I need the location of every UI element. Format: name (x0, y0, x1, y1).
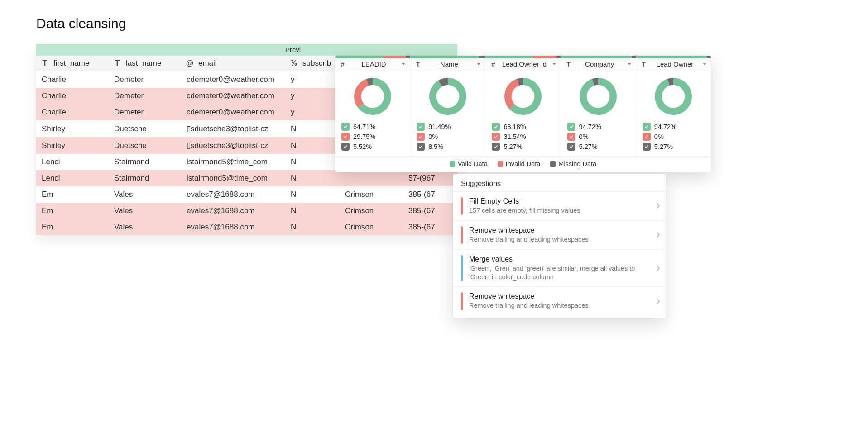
cell[interactable]: Shirley (36, 120, 109, 137)
cell[interactable]: Em (36, 219, 109, 235)
cell[interactable]: N (285, 154, 340, 170)
cell[interactable]: Duetsche (109, 120, 181, 137)
cell[interactable]: Demeter (109, 71, 181, 88)
cell[interactable]: evales7@1688.com (181, 219, 285, 235)
stat-percent: 94.72% (654, 123, 676, 130)
stat-column-header[interactable]: #LEADID (335, 58, 410, 70)
cell[interactable]: Em (36, 186, 109, 203)
stat-column: TName91.49%0%8.5% (410, 56, 485, 156)
cell[interactable]: ▯sduetsche3@toplist-cz (181, 120, 285, 137)
stat-value-row: 8.5% (417, 142, 479, 152)
stat-percent: 91.49% (428, 123, 451, 130)
column-header[interactable]: ⅞subscrib (285, 56, 340, 71)
cell[interactable]: N (285, 186, 340, 203)
cell[interactable]: N (285, 170, 340, 186)
cell[interactable]: 57-(967 (403, 170, 457, 186)
cell[interactable]: Vales (109, 219, 181, 235)
page-title: Data cleansing (36, 16, 715, 31)
stat-value-row: 94.72% (643, 122, 705, 132)
type-icon: # (340, 61, 346, 68)
chevron-down-icon[interactable] (477, 63, 480, 65)
stat-percent: 29.75% (353, 133, 375, 140)
table-row[interactable]: LenciStairmondlstairmond5@time_comN57-(9… (36, 170, 457, 186)
donut-chart (485, 70, 560, 120)
cell[interactable]: Vales (109, 186, 181, 203)
check-icon (417, 123, 425, 131)
cell[interactable]: Charlie (36, 104, 109, 120)
chevron-right-icon (655, 266, 660, 271)
stat-percent: 5.27% (654, 143, 673, 150)
type-icon: @ (186, 59, 194, 68)
cell[interactable]: Stairmond (109, 170, 181, 186)
cell[interactable]: 385-(67 (403, 186, 457, 203)
check-icon (417, 133, 425, 141)
cell[interactable]: 385-(67 (403, 203, 457, 219)
check-icon (492, 143, 500, 151)
cell[interactable]: lstairmond5@time_com (181, 154, 285, 170)
suggestion-item[interactable]: Fill Empty Cells157 cells are empty, fil… (453, 191, 666, 220)
cell[interactable]: lstairmond5@time_com (181, 170, 285, 186)
cell[interactable]: ▯sduetsche3@toplist-cz (181, 137, 285, 154)
cell[interactable]: evales7@1688.com (181, 203, 285, 219)
cell[interactable]: Vales (109, 203, 181, 219)
table-row[interactable]: EmValesevales7@1688.comNCrimson385-(67 (36, 203, 457, 219)
cell[interactable]: cdemeter0@weather.com (181, 71, 285, 88)
cell[interactable]: Em (36, 203, 109, 219)
cell[interactable]: N (285, 219, 340, 235)
stat-column-header[interactable]: TName (410, 58, 485, 70)
cell[interactable]: Crimson (340, 219, 403, 235)
cell[interactable]: y (285, 71, 340, 88)
column-header[interactable]: Tlast_name (109, 56, 181, 71)
cell[interactable]: Charlie (36, 71, 109, 88)
cell[interactable]: y (285, 104, 340, 120)
chevron-down-icon[interactable] (703, 63, 706, 65)
cell[interactable]: N (285, 203, 340, 219)
chevron-down-icon[interactable] (402, 63, 405, 65)
severity-bar (461, 255, 463, 281)
stat-percent: 63.18% (504, 123, 526, 130)
check-icon (567, 143, 575, 151)
type-icon: T (113, 59, 121, 68)
suggestion-item[interactable]: Remove whitespaceRemove trailing and lea… (453, 220, 666, 249)
column-label: subscrib (302, 59, 331, 67)
cell[interactable]: y (285, 88, 340, 104)
cell[interactable]: 385-(67 (403, 219, 457, 235)
suggestion-item[interactable]: Merge values'Green', 'Gren' and 'green' … (453, 249, 666, 287)
cell[interactable]: cdemeter0@weather.com (181, 88, 285, 104)
stat-value-row: 31.54% (492, 132, 554, 142)
cell[interactable]: Lenci (36, 154, 109, 170)
stat-value-row: 5.27% (567, 142, 629, 152)
cell[interactable]: Shirley (36, 137, 109, 154)
stat-values: 94.72%0%5.27% (561, 120, 636, 156)
cell[interactable]: cdemeter0@weather.com (181, 104, 285, 120)
check-icon (567, 133, 575, 141)
cell[interactable]: Duetsche (109, 137, 181, 154)
stat-value-row: 0% (417, 132, 479, 142)
chevron-down-icon[interactable] (628, 63, 631, 65)
column-header[interactable]: @email (181, 56, 285, 71)
stat-column-header[interactable]: TLead Owner (636, 58, 711, 70)
cell[interactable]: Crimson (340, 203, 403, 219)
stat-percent: 0% (654, 133, 664, 140)
cell[interactable]: Charlie (36, 88, 109, 104)
stat-value-row: 5.27% (492, 142, 554, 152)
cell[interactable]: N (285, 120, 340, 137)
severity-bar (461, 226, 463, 244)
stat-values: 91.49%0%8.5% (410, 120, 485, 156)
cell[interactable]: evales7@1688.com (181, 186, 285, 203)
stat-column-header[interactable]: #Lead Owner Id (485, 58, 560, 70)
cell[interactable] (340, 170, 403, 186)
suggestion-item[interactable]: Remove whitespaceRemove trailing and lea… (453, 286, 666, 315)
cell[interactable]: Demeter (109, 88, 181, 104)
stat-column-header[interactable]: TCompany (561, 58, 636, 70)
cell[interactable]: N (285, 137, 340, 154)
cell[interactable]: Lenci (36, 170, 109, 186)
stat-value-row: 94.72% (567, 122, 629, 132)
cell[interactable]: Stairmond (109, 154, 181, 170)
cell[interactable]: Demeter (109, 104, 181, 120)
table-row[interactable]: EmValesevales7@1688.comNCrimson385-(67 (36, 219, 457, 235)
table-row[interactable]: EmValesevales7@1688.comNCrimson385-(67 (36, 186, 457, 203)
chevron-down-icon[interactable] (552, 63, 556, 65)
cell[interactable]: Crimson (340, 186, 403, 203)
column-header[interactable]: Tfirst_name (36, 56, 109, 71)
